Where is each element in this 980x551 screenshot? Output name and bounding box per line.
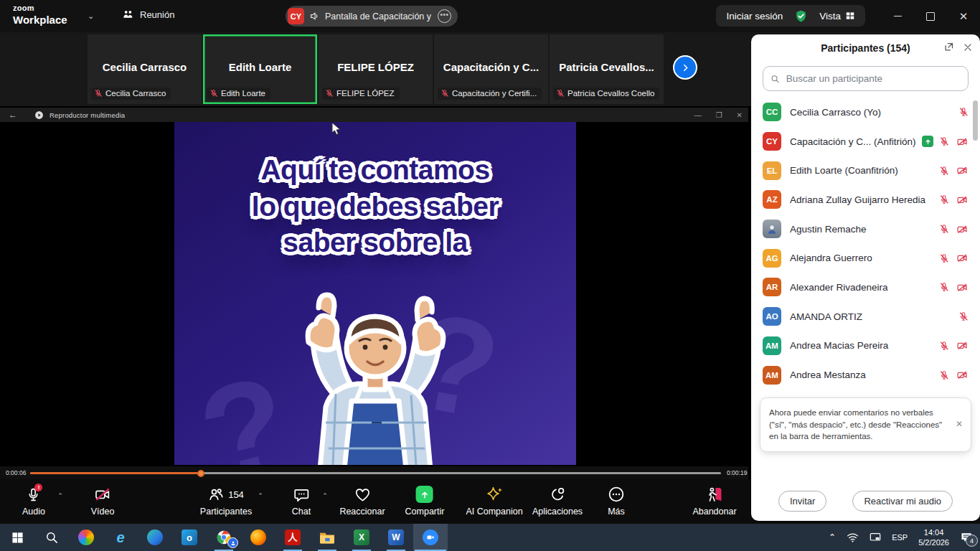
tray-expand-chevron-icon[interactable]: ⌃ xyxy=(829,532,836,542)
muted-mic-icon xyxy=(209,89,218,98)
display-cast-icon[interactable] xyxy=(870,532,881,542)
participants-button[interactable]: 154 Participantes xyxy=(200,486,252,517)
chat-button[interactable]: Chat xyxy=(292,486,311,517)
mp-minimize-icon[interactable]: — xyxy=(694,111,702,119)
screen-sharing-badge-icon xyxy=(922,136,933,147)
seekbar-handle[interactable] xyxy=(197,470,204,477)
taskbar-acrobat-button[interactable]: 人 xyxy=(275,524,310,551)
copilot-icon xyxy=(78,529,94,545)
internet-explorer-icon: e xyxy=(113,529,128,545)
speaker-icon xyxy=(309,11,320,22)
mp-restore-icon[interactable]: ❐ xyxy=(716,111,722,119)
search-input[interactable] xyxy=(785,72,961,85)
unmute-audio-button[interactable]: Reactivar mi audio xyxy=(852,491,953,512)
language-indicator[interactable]: ESP xyxy=(892,533,908,542)
participant-row[interactable]: AO AMANDA ORTIZ xyxy=(751,302,974,331)
taskbar-word-button[interactable]: W xyxy=(379,524,413,551)
taskbar-clock[interactable]: 14:04 5/2/2026 xyxy=(918,527,949,548)
muted-mic-icon xyxy=(94,89,103,98)
panel-scrollbar[interactable] xyxy=(973,100,978,141)
more-options-icon[interactable]: ••• xyxy=(438,9,451,23)
participant-row[interactable]: Agustin Remache xyxy=(751,215,974,244)
shared-screen-pill[interactable]: CY Pantalla de Capacitación y C ••• xyxy=(286,6,458,27)
participant-row[interactable]: AR Alexander Rivadeneira xyxy=(751,273,974,302)
chevron-down-icon[interactable]: ⌄ xyxy=(88,11,94,21)
tooltip-close-icon[interactable]: ✕ xyxy=(956,418,963,430)
participants-options-caret-icon[interactable]: ⌃ xyxy=(258,492,263,499)
taskbar-search-button[interactable] xyxy=(34,524,69,551)
audio-button[interactable]: ! Audio xyxy=(22,486,45,517)
taskbar-excel-button[interactable]: X xyxy=(344,524,379,551)
participant-name: AMANDA ORTIZ xyxy=(790,311,953,322)
taskbar-copilot-button[interactable] xyxy=(69,524,103,551)
security-shield-icon[interactable] xyxy=(794,9,808,23)
video-tile-felipe[interactable]: FELIPE LÓPEZ FELIPE LÓPEZ xyxy=(319,34,433,104)
slide-line-2: lo que debes saber xyxy=(174,189,576,225)
react-button[interactable]: Reaccionar xyxy=(339,486,385,517)
chat-label: Chat xyxy=(292,507,311,517)
start-button[interactable] xyxy=(0,524,34,551)
taskbar-edge-button[interactable] xyxy=(138,524,172,551)
participant-row[interactable]: EL Edith Loarte (Coanfitrión) xyxy=(751,156,974,185)
chat-options-caret-icon[interactable]: ⌃ xyxy=(322,492,328,499)
participant-row[interactable]: CY Capacitación y C... (Anfitrión) xyxy=(751,127,974,156)
participant-row[interactable]: AS Andrea Sierra xyxy=(751,390,974,392)
apps-button[interactable]: Aplicaciones xyxy=(532,486,583,517)
leave-meeting-button[interactable]: Abandonar xyxy=(692,486,736,517)
taskbar-ie-button[interactable]: e xyxy=(103,524,138,551)
react-label: Reaccionar xyxy=(339,507,385,517)
view-button[interactable]: Vista xyxy=(819,11,855,22)
audio-options-caret-icon[interactable]: ⌃ xyxy=(57,492,63,499)
participant-name: Alejandra Guerrero xyxy=(790,253,933,263)
participant-row[interactable]: AG Alejandra Guerrero xyxy=(751,243,974,273)
minimize-button[interactable] xyxy=(881,0,914,32)
restore-button[interactable] xyxy=(914,0,947,32)
camera-off-icon xyxy=(956,369,969,380)
avatar: AM xyxy=(763,336,781,355)
zoom-workplace-logo: zoom Workplace xyxy=(13,4,67,25)
slide-line-1: Aquí te contamos xyxy=(174,152,576,189)
close-button[interactable]: ✕ xyxy=(947,0,980,32)
more-button[interactable]: Más xyxy=(608,486,625,517)
avatar-photo xyxy=(763,220,781,238)
chat-icon xyxy=(293,486,310,503)
ai-companion-button[interactable]: AI Companion xyxy=(466,486,522,517)
meeting-info-button[interactable]: Reunión xyxy=(122,9,174,21)
taskbar-zoom-button[interactable] xyxy=(413,524,448,551)
invite-button[interactable]: Invitar xyxy=(778,491,826,512)
signin-button[interactable]: Iniciar sesión xyxy=(726,11,783,22)
video-tile-capacitacion[interactable]: Capacitación y C... Capacitación y Certi… xyxy=(434,34,548,104)
video-seekbar[interactable] xyxy=(30,472,721,474)
media-player-title: Reproductor multimedia xyxy=(50,111,125,119)
participant-row[interactable]: AZ Adriana Zullay Guijarro Heredia xyxy=(751,185,974,215)
video-button[interactable]: Vídeo xyxy=(91,486,115,517)
close-panel-icon[interactable] xyxy=(963,42,973,52)
search-icon xyxy=(771,74,780,84)
participant-name: Adriana Zullay Guijarro Heredia xyxy=(790,194,933,205)
next-participants-page-button[interactable] xyxy=(673,55,697,80)
participant-row[interactable]: AM Andrea Macias Pereira xyxy=(751,331,974,361)
notification-center-button[interactable]: 4 xyxy=(960,532,973,543)
participant-search-box[interactable] xyxy=(763,66,969,91)
taskbar-firefox-button[interactable] xyxy=(241,524,275,551)
participant-row[interactable]: CC Cecilia Carrasco (Yo) xyxy=(751,98,974,127)
meeting-people-icon xyxy=(122,9,134,21)
share-screen-button[interactable]: Compartir xyxy=(405,486,445,517)
taskbar-file-explorer-button[interactable] xyxy=(310,524,344,551)
back-arrow-icon[interactable]: ← xyxy=(9,110,17,120)
media-player-window-controls: — ❐ ✕ xyxy=(694,108,743,122)
sharer-avatar: CY xyxy=(288,8,304,24)
session-controls: Iniciar sesión Vista xyxy=(716,5,865,27)
participant-row[interactable]: AM Andrea Mestanza xyxy=(751,360,974,390)
ai-companion-label: AI Companion xyxy=(466,507,522,517)
wifi-icon[interactable] xyxy=(847,532,859,542)
taskbar-chrome-button[interactable] xyxy=(207,524,241,551)
popout-icon[interactable] xyxy=(943,42,954,52)
video-tile-cecilia[interactable]: Cecilia Carrasco Cecilia Carrasco xyxy=(88,34,202,104)
mp-close-icon[interactable]: ✕ xyxy=(737,111,743,119)
taskbar-outlook-button[interactable]: o xyxy=(172,524,207,551)
video-tile-edith-active-speaker[interactable]: Edith Loarte Edith Loarte xyxy=(203,34,317,104)
muted-mic-icon xyxy=(939,253,949,264)
video-tile-patricia[interactable]: Patricia Cevallos... Patricia Cevallos C… xyxy=(550,34,664,104)
leave-door-icon xyxy=(706,486,723,503)
